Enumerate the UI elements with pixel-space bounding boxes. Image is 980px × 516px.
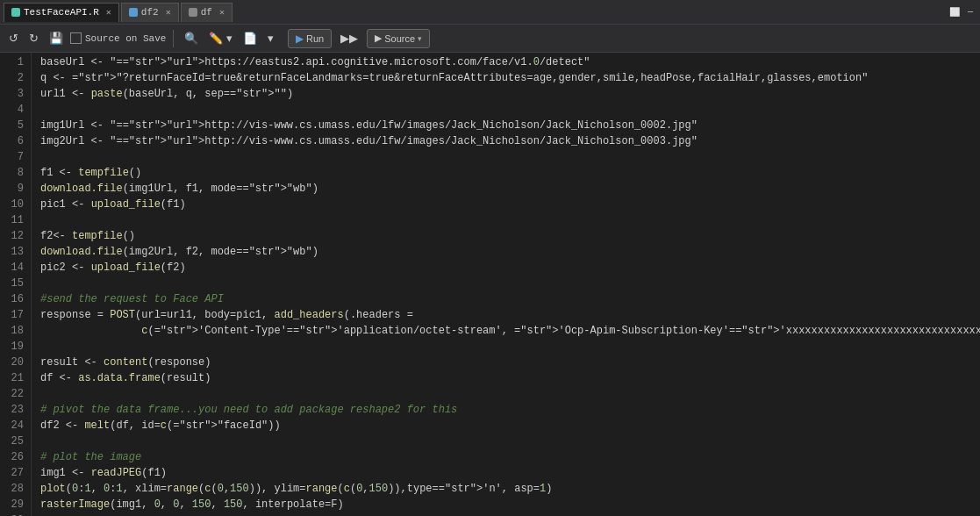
line-number: 4 [4, 102, 24, 118]
code-line: img1Url <- "=="str">"url">http://vis-www… [40, 118, 980, 133]
run-next-button[interactable]: ▶▶ [337, 28, 361, 49]
code-line: f1 <- tempfile() [40, 165, 980, 181]
source-label: Source [384, 33, 415, 44]
source-button[interactable]: ▶ Source ▾ [367, 29, 430, 48]
code-line [40, 212, 980, 228]
title-bar: TestFaceAPI.R ✕ df2 ✕ df ✕ ⬜ — [0, 0, 980, 25]
tab-label-df: df [201, 7, 212, 18]
code-content[interactable]: baseUrl <- "=="str">"url">https://eastus… [32, 53, 980, 516]
line-number: 18 [4, 323, 24, 339]
minimize-button[interactable]: — [964, 6, 976, 18]
tab-close-df[interactable]: ✕ [219, 7, 225, 18]
code-line [40, 386, 980, 402]
line-number: 11 [4, 212, 24, 228]
save-button[interactable]: 💾 [46, 28, 67, 49]
window-controls: ⬜ — [948, 6, 976, 18]
compile-button[interactable]: 📄 [240, 28, 261, 49]
format-button[interactable]: ✏️ ▾ [205, 28, 236, 49]
code-line [40, 339, 980, 355]
toolbar: ↺ ↻ 💾 Source on Save 🔍 ✏️ ▾ 📄 ▾ ▶ Run ▶▶… [0, 25, 980, 53]
line-number: 6 [4, 133, 24, 149]
code-line: pic1 <- upload_file(f1) [40, 197, 980, 212]
line-number: 28 [4, 481, 24, 497]
code-line: download.file(img2Url, f2, mode=="str">"… [40, 244, 980, 260]
line-number: 24 [4, 418, 24, 434]
tab-icon-df2 [129, 8, 138, 17]
tab-testfaceapi[interactable]: TestFaceAPI.R ✕ [4, 3, 119, 22]
run-button[interactable]: ▶ Run [288, 29, 332, 48]
code-line [40, 149, 980, 165]
run-arrow-icon: ▶ [296, 32, 304, 45]
undo-button[interactable]: ↺ [5, 28, 22, 49]
line-number: 27 [4, 465, 24, 481]
line-number: 8 [4, 165, 24, 181]
line-number: 10 [4, 197, 24, 212]
line-number: 5 [4, 118, 24, 133]
code-line: c(="str">'Content-Type'=="str">'applicat… [40, 323, 980, 339]
redo-button[interactable]: ↻ [25, 28, 42, 49]
code-line [40, 512, 980, 516]
source-dropdown-icon[interactable]: ▾ [418, 34, 422, 43]
line-number: 7 [4, 149, 24, 165]
line-number: 21 [4, 370, 24, 386]
more-button[interactable]: ▾ [264, 28, 277, 49]
code-line [40, 102, 980, 118]
code-line: #send the request to Face API [40, 291, 980, 307]
line-number: 29 [4, 497, 24, 512]
tab-label-df2: df2 [141, 7, 159, 18]
code-line: response = POST(url=url1, body=pic1, add… [40, 307, 980, 323]
line-number: 2 [4, 70, 24, 86]
search-button[interactable]: 🔍 [181, 28, 202, 49]
code-line [40, 434, 980, 449]
code-line: q <- ="str">"?returnFaceId=true&returnFa… [40, 70, 980, 86]
line-number: 17 [4, 307, 24, 323]
run-source-group: ▶ Run ▶▶ ▶ Source ▾ [288, 28, 430, 49]
code-line: df2 <- melt(df, id=c(="str">"faceId")) [40, 418, 980, 434]
tab-close-df2[interactable]: ✕ [166, 7, 171, 18]
line-number: 9 [4, 181, 24, 197]
code-line: img1 <- readJPEG(f1) [40, 465, 980, 481]
line-number: 19 [4, 339, 24, 355]
line-number: 20 [4, 355, 24, 370]
line-number: 30 [4, 512, 24, 516]
code-line: url1 <- paste(baseUrl, q, sep=="str">"") [40, 86, 980, 102]
code-line: result <- content(response) [40, 355, 980, 370]
line-number: 22 [4, 386, 24, 402]
line-number: 25 [4, 434, 24, 449]
line-number: 16 [4, 291, 24, 307]
line-number: 3 [4, 86, 24, 102]
tab-label-testfaceapi: TestFaceAPI.R [24, 7, 99, 18]
line-number: 13 [4, 244, 24, 260]
code-line: # pivot the data frame...you need to add… [40, 402, 980, 418]
tab-icon-df [189, 8, 197, 17]
source-on-save-checkbox[interactable] [70, 32, 82, 44]
source-on-save-toggle[interactable]: Source on Save [70, 32, 166, 44]
code-line [40, 276, 980, 291]
restore-button[interactable]: ⬜ [948, 6, 961, 18]
code-line: plot(0:1, 0:1, xlim=range(c(0,150)), yli… [40, 481, 980, 497]
source-arrow-icon: ▶ [375, 32, 382, 44]
code-line: # plot the image [40, 449, 980, 465]
code-line: df <- as.data.frame(result) [40, 370, 980, 386]
code-line: f2<- tempfile() [40, 228, 980, 244]
tab-df2[interactable]: df2 ✕ [121, 3, 179, 22]
code-line: download.file(img1Url, f1, mode=="str">"… [40, 181, 980, 197]
tab-icon-testfaceapi [11, 8, 20, 17]
code-line: img2Url <- "=="str">"url">http://vis-www… [40, 133, 980, 149]
line-number: 15 [4, 276, 24, 291]
code-line: baseUrl <- "=="str">"url">https://eastus… [40, 54, 980, 70]
line-number: 23 [4, 402, 24, 418]
line-number: 12 [4, 228, 24, 244]
line-number: 26 [4, 449, 24, 465]
code-line: pic2 <- upload_file(f2) [40, 260, 980, 276]
separator-1 [173, 30, 174, 47]
line-number: 1 [4, 54, 24, 70]
source-on-save-label: Source on Save [85, 33, 166, 44]
line-numbers: 1234567891011121314151617181920212223242… [0, 53, 32, 516]
tab-close-testfaceapi[interactable]: ✕ [106, 7, 111, 18]
tab-df[interactable]: df ✕ [181, 3, 232, 22]
code-editor[interactable]: 1234567891011121314151617181920212223242… [0, 53, 980, 516]
line-number: 14 [4, 260, 24, 276]
code-line: rasterImage(img1, 0, 0, 150, 150, interp… [40, 497, 980, 512]
run-label: Run [306, 33, 324, 44]
